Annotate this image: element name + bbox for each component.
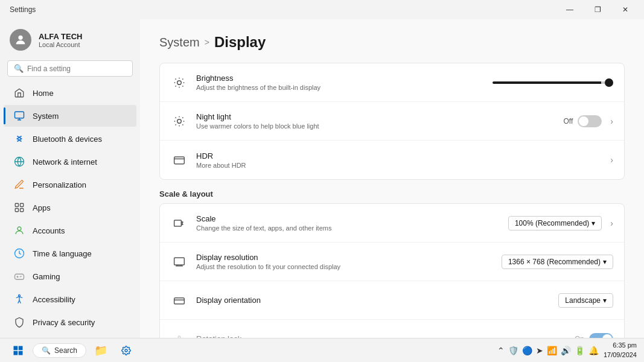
battery-icon[interactable]: 🔋 <box>575 346 585 355</box>
accessibility-icon <box>13 293 25 305</box>
sidebar-item-system[interactable]: System <box>4 105 136 127</box>
sound-icon[interactable]: 🔊 <box>561 346 571 355</box>
svg-rect-19 <box>14 346 18 350</box>
svg-point-12 <box>177 80 182 84</box>
sidebar-item-home[interactable]: Home <box>4 82 136 104</box>
rotation-lock-control: On <box>575 333 613 338</box>
scale-value: 100% (Recommended) <box>515 219 589 227</box>
night-light-row[interactable]: Night light Use warmer colors to help bl… <box>160 102 624 141</box>
orientation-dropdown-icon: ▾ <box>603 296 607 305</box>
night-light-toggle[interactable] <box>578 115 602 127</box>
brightness-row[interactable]: Brightness Adjust the brightness of the … <box>160 63 624 102</box>
resolution-icon <box>171 253 188 270</box>
scale-layout-label: Scale & layout <box>159 189 625 198</box>
wifi-icon[interactable]: 📶 <box>547 346 557 355</box>
scale-control[interactable]: 100% (Recommended) ▾ › <box>508 216 613 230</box>
taskbar-settings-button[interactable] <box>115 340 137 361</box>
resolution-row[interactable]: Display resolution Adjust the resolution… <box>160 243 624 281</box>
rotation-lock-icon <box>171 331 188 338</box>
sidebar-item-apps[interactable]: Apps <box>4 197 136 218</box>
rotation-lock-row: Rotation lock On <box>160 320 624 338</box>
orientation-text: Display orientation <box>196 296 558 305</box>
bluetooth-status-icon[interactable]: 🔵 <box>522 346 532 355</box>
night-light-desc: Use warmer colors to help block blue lig… <box>196 122 564 130</box>
network-status-icon[interactable]: 🛡️ <box>508 346 518 355</box>
title-bar-left: Settings <box>10 5 36 14</box>
network-icon <box>13 156 25 168</box>
search-box[interactable]: 🔍 <box>7 60 133 77</box>
content-area: System > Display Brightness Adjust the b… <box>140 19 644 338</box>
resolution-control[interactable]: 1366 × 768 (Recommended) ▾ <box>502 255 613 269</box>
scale-desc: Change the size of text, apps, and other… <box>196 224 508 232</box>
scale-title: Scale <box>196 214 508 223</box>
brightness-text: Brightness Adjust the brightness of the … <box>196 74 493 91</box>
slider-thumb <box>605 78 613 87</box>
taskbar-left: 🔍 Search 📁 <box>7 340 137 361</box>
close-button[interactable]: ✕ <box>611 0 639 19</box>
sidebar-item-gaming[interactable]: Gaming <box>4 265 136 287</box>
hide-icon[interactable]: ⌃ <box>497 346 505 355</box>
orientation-row[interactable]: Display orientation Landscape ▾ <box>160 281 624 320</box>
svg-point-7 <box>18 227 21 230</box>
app-body: ALFA TECH Local Account 🔍 Home <box>0 19 644 338</box>
accounts-icon <box>13 224 25 237</box>
taskbar-clock[interactable]: 6:35 pm 17/09/2024 <box>604 341 637 360</box>
sidebar-item-system-label: System <box>33 112 59 121</box>
svg-point-13 <box>177 119 182 123</box>
sidebar-item-accounts-label: Accounts <box>33 226 65 235</box>
svg-point-0 <box>18 36 22 40</box>
maximize-button[interactable]: ❐ <box>584 0 611 19</box>
user-subtitle: Local Account <box>39 41 82 48</box>
scale-dropdown-icon: ▾ <box>591 219 595 227</box>
sidebar-item-network[interactable]: Network & internet <box>4 151 136 173</box>
brightness-icon <box>171 74 188 91</box>
sidebar-item-bluetooth-label: Bluetooth & devices <box>33 135 102 144</box>
resolution-desc: Adjust the resolution to fit your connec… <box>196 263 502 270</box>
time-icon <box>13 247 25 259</box>
display-settings-card: Brightness Adjust the brightness of the … <box>159 63 625 180</box>
sidebar-item-home-label: Home <box>33 89 54 98</box>
brightness-control[interactable] <box>493 81 613 84</box>
hdr-chevron: › <box>610 155 613 165</box>
taskbar-file-button[interactable]: 📁 <box>90 340 112 361</box>
search-input[interactable] <box>27 65 126 73</box>
minimize-button[interactable]: — <box>556 0 584 19</box>
sidebar-item-privacy[interactable]: Privacy & security <box>4 311 136 333</box>
vpn-icon[interactable]: ➤ <box>536 346 543 355</box>
scale-row[interactable]: Scale Change the size of text, apps, and… <box>160 204 624 243</box>
resolution-text: Display resolution Adjust the resolution… <box>196 253 502 270</box>
svg-rect-21 <box>14 351 18 355</box>
sidebar-item-bluetooth[interactable]: Bluetooth & devices <box>4 128 136 150</box>
sidebar-item-gaming-label: Gaming <box>33 272 60 281</box>
start-button[interactable] <box>7 340 29 361</box>
user-info: ALFA TECH Local Account <box>39 32 82 48</box>
hdr-row[interactable]: HDR More about HDR › <box>160 141 624 179</box>
notification-icon[interactable]: 🔔 <box>588 346 599 355</box>
sidebar-item-personalization-label: Personalization <box>33 180 86 189</box>
rotation-lock-toggle <box>589 333 613 338</box>
sidebar: ALFA TECH Local Account 🔍 Home <box>0 19 140 338</box>
resolution-dropdown[interactable]: 1366 × 768 (Recommended) ▾ <box>502 255 613 269</box>
sidebar-item-accessibility[interactable]: Accessibility <box>4 288 136 310</box>
search-icon: 🔍 <box>14 64 24 73</box>
sidebar-item-personalization[interactable]: Personalization <box>4 174 136 195</box>
breadcrumb-parent[interactable]: System <box>159 36 200 49</box>
sidebar-item-time[interactable]: Time & language <box>4 243 136 264</box>
scale-dropdown[interactable]: 100% (Recommended) ▾ <box>508 216 602 230</box>
taskbar-search[interactable]: 🔍 Search <box>33 343 86 358</box>
sidebar-item-privacy-label: Privacy & security <box>33 318 95 327</box>
orientation-value: Landscape <box>565 296 601 305</box>
brightness-slider[interactable] <box>493 81 613 84</box>
sidebar-item-accounts[interactable]: Accounts <box>4 220 136 241</box>
svg-rect-16 <box>174 258 185 265</box>
taskbar-search-icon: 🔍 <box>42 346 51 355</box>
scale-text: Scale Change the size of text, apps, and… <box>196 214 508 232</box>
svg-rect-20 <box>19 346 23 350</box>
taskbar: 🔍 Search 📁 ⌃ 🛡️ 🔵 ➤ 📶 🔊 🔋 🔔 6:35 pm 17/0… <box>0 338 644 362</box>
taskbar-right: ⌃ 🛡️ 🔵 ➤ 📶 🔊 🔋 🔔 6:35 pm 17/09/2024 <box>497 341 637 360</box>
orientation-dropdown[interactable]: Landscape ▾ <box>558 293 613 308</box>
sidebar-item-network-label: Network & internet <box>33 157 97 167</box>
orientation-control[interactable]: Landscape ▾ <box>558 293 613 308</box>
resolution-dropdown-icon: ▾ <box>603 258 607 266</box>
hdr-icon <box>171 151 188 168</box>
